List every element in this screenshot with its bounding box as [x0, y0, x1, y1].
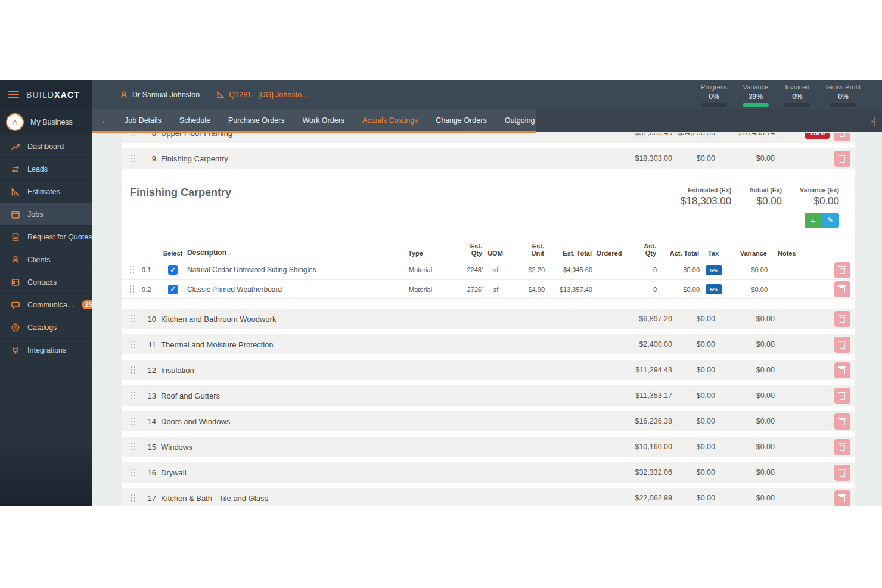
delete-item-button[interactable]: [834, 281, 850, 297]
cost-row-10[interactable]: 10 Kitchen and Bathroom Woodwork $6,897.…: [122, 309, 855, 329]
drag-handle-icon[interactable]: [131, 494, 136, 503]
trash-icon: [840, 157, 845, 163]
row-number: 16: [143, 468, 156, 477]
sidebar-filler: [0, 444, 92, 506]
tab-schedule[interactable]: Schedule: [170, 116, 219, 125]
cost-row-8[interactable]: 8 Upper Floor Framing $57,635.43 $54,258…: [122, 133, 855, 143]
drag-handle-icon[interactable]: [131, 133, 136, 138]
hamburger-menu-icon[interactable]: [8, 91, 19, 98]
dashboard-icon: [11, 142, 20, 151]
sidebar-item-communications[interactable]: Communica... 256: [0, 294, 92, 316]
sidebar-item-dashboard[interactable]: Dashboard: [0, 135, 92, 158]
job-chip[interactable]: Q1281 - [DG] Johnsto...: [216, 91, 308, 99]
my-business-label: My Business: [30, 118, 73, 126]
cost-row-17[interactable]: 17 Kitchen & Bath - Tile and Glass $22,0…: [122, 488, 855, 506]
app-window: BUILDXACT ⌂ My Business Dashboard Leads …: [0, 80, 882, 506]
select-checkbox[interactable]: ✓: [168, 285, 178, 294]
delete-row-button[interactable]: [834, 133, 850, 141]
drag-handle-icon[interactable]: [131, 391, 136, 400]
collapse-back-arrow-icon[interactable]: ←: [101, 115, 110, 125]
sidebar-item-catalogs[interactable]: $ Catalogs: [0, 316, 92, 339]
tab-actuals-costings[interactable]: Actuals Costings: [353, 116, 427, 125]
row-variance: $10,433.14: [715, 133, 775, 137]
col-type: Type: [408, 250, 446, 257]
add-item-button[interactable]: +: [805, 213, 822, 228]
sidebar: BUILDXACT ⌂ My Business Dashboard Leads …: [0, 80, 92, 506]
sidebar-item-clients[interactable]: Clients: [0, 248, 92, 271]
metric-bar: [743, 103, 769, 107]
row-label: Thermal and Moisture Protection: [161, 340, 607, 349]
sidebar-item-label: Integrations: [27, 346, 66, 354]
delete-row-button[interactable]: [834, 439, 850, 455]
drag-handle-icon[interactable]: [131, 417, 136, 426]
tab-change-orders[interactable]: Change Orders: [427, 116, 495, 125]
edit-section-button[interactable]: ✎: [822, 213, 839, 228]
leads-icon: [11, 164, 20, 174]
detail-row-9-1[interactable]: 9.1 ✓ Natural Cedar Untreated Siding Shi…: [122, 260, 855, 279]
col-ordered: Ordered: [592, 250, 626, 257]
sidebar-item-contacts[interactable]: Contacts: [0, 271, 92, 294]
delete-row-button[interactable]: [834, 151, 850, 167]
delete-row-button[interactable]: [834, 311, 850, 327]
sidebar-item-request-for-quotes[interactable]: Request for Quotes: [0, 226, 92, 248]
cost-row-11[interactable]: 11 Thermal and Moisture Protection $2,40…: [122, 334, 855, 354]
drag-handle-icon[interactable]: [131, 366, 136, 375]
tab-job-details[interactable]: Job Details: [116, 116, 170, 125]
client-chip[interactable]: Dr Samual Johnston: [120, 91, 200, 99]
scroll-tabs-right-icon[interactable]: ›|: [871, 116, 882, 126]
sidebar-item-label: Jobs: [27, 210, 43, 219]
sidebar-item-label: Request for Quotes: [27, 233, 92, 241]
jobs-calendar-icon: [11, 210, 20, 219]
cost-row-15[interactable]: 15 Windows $10,160.00 $0.00 $0.00: [122, 437, 855, 457]
row-estimated: $10,160.00: [607, 443, 672, 451]
delete-row-button[interactable]: [834, 388, 850, 404]
row-estimated: $6,897.20: [607, 315, 672, 323]
row-number: 13: [143, 391, 156, 400]
sidebar-item-label: Communica...: [27, 301, 73, 309]
tab-work-orders[interactable]: Work Orders: [293, 116, 353, 125]
sidebar-item-label: Dashboard: [27, 142, 64, 151]
delete-row-button[interactable]: [834, 413, 850, 430]
drag-handle-icon[interactable]: [131, 154, 136, 163]
select-checkbox[interactable]: ✓: [168, 265, 178, 275]
sidebar-item-estimates[interactable]: Estimates: [0, 181, 92, 203]
sidebar-item-jobs[interactable]: Jobs: [0, 203, 92, 226]
row-estimated: $32,332.06: [607, 468, 672, 477]
row-estimated: $22,062.99: [607, 494, 672, 502]
cost-row-9[interactable]: 9 Finishing Carpentry $18,303.00 $0.00 $…: [122, 148, 855, 169]
row-number: 11: [143, 340, 156, 349]
row-label: Doors and Windows: [161, 417, 607, 426]
cost-row-13[interactable]: 13 Roof and Gutters $11,353.17 $0.00 $0.…: [122, 385, 855, 406]
item-type: Material: [409, 286, 447, 293]
tabbar-right-panel: ›|: [536, 109, 882, 132]
delete-item-button[interactable]: [834, 262, 850, 278]
summary-label: Actual (Ex): [749, 186, 782, 194]
job-metrics: Progress 0% Variance 39% Invoiced 0% Gro…: [701, 83, 882, 107]
delete-row-button[interactable]: [834, 465, 850, 481]
brand-part1: BUILD: [26, 90, 54, 99]
delete-row-button[interactable]: [834, 362, 850, 378]
summary-estimated: Estimated (Ex) $18,303.00: [681, 186, 731, 207]
item-est-qty: 2726': [447, 286, 483, 293]
drag-handle-icon[interactable]: [129, 285, 135, 294]
tab-purchase-orders[interactable]: Purchase Orders: [219, 116, 293, 125]
item-est-total: $4,945.60: [545, 266, 592, 273]
cost-row-12[interactable]: 12 Insulation $11,294.43 $0.00 $0.00: [122, 360, 855, 380]
sidebar-item-leads[interactable]: Leads: [0, 158, 92, 181]
sidebar-item-my-business[interactable]: ⌂ My Business: [0, 109, 92, 135]
drag-handle-icon[interactable]: [131, 340, 136, 349]
sidebar-item-label: Leads: [27, 165, 48, 173]
drag-handle-icon[interactable]: [129, 266, 135, 275]
drag-handle-icon[interactable]: [131, 468, 136, 477]
drag-handle-icon[interactable]: [131, 315, 136, 323]
cost-row-16[interactable]: 16 Drywall $32,332.06 $0.00 $0.00: [122, 462, 855, 483]
drag-handle-icon[interactable]: [131, 443, 136, 452]
cost-row-14[interactable]: 14 Doors and Windows $16,236.38 $0.00 $0…: [122, 411, 855, 431]
metric-label: Invoiced: [784, 83, 810, 91]
summary-value: $18,303.00: [681, 195, 731, 207]
detail-row-9-2[interactable]: 9.2 ✓ Classic Primed Weatherboard Materi…: [122, 279, 855, 299]
delete-row-button[interactable]: [834, 337, 850, 353]
row-number: 17: [143, 494, 156, 503]
delete-row-button[interactable]: [834, 490, 850, 506]
sidebar-item-integrations[interactable]: Integrations: [0, 339, 92, 362]
